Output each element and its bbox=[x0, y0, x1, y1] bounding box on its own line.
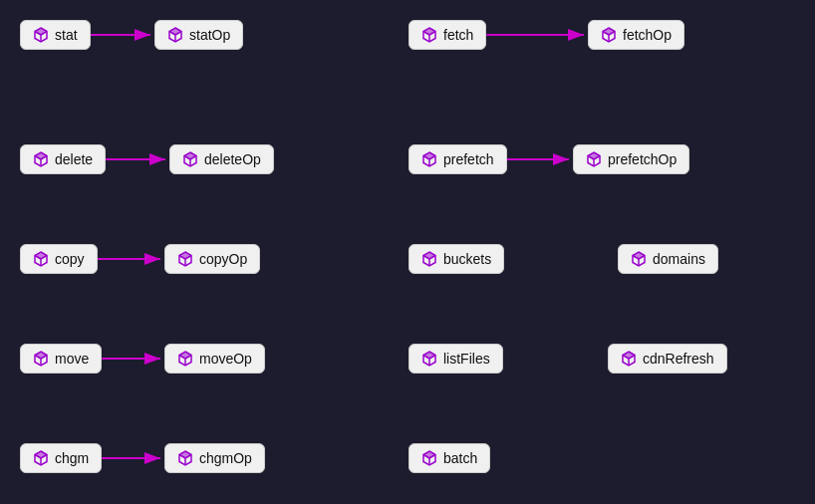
svg-marker-17 bbox=[603, 28, 615, 35]
svg-marker-67 bbox=[179, 352, 191, 359]
node-label-move: move bbox=[55, 351, 89, 367]
cube-icon bbox=[421, 151, 437, 167]
svg-marker-2 bbox=[35, 28, 47, 35]
node-fetch[interactable]: fetch bbox=[408, 20, 486, 50]
cube-icon bbox=[586, 151, 602, 167]
cube-icon bbox=[421, 351, 437, 367]
node-label-fetchOp: fetchOp bbox=[623, 27, 672, 43]
node-label-batch: batch bbox=[443, 450, 477, 466]
cube-icon bbox=[421, 27, 437, 43]
svg-marker-32 bbox=[423, 152, 435, 159]
node-label-chgm: chgm bbox=[55, 450, 89, 466]
node-moveOp[interactable]: moveOp bbox=[164, 344, 265, 374]
svg-marker-82 bbox=[35, 451, 47, 458]
node-label-copy: copy bbox=[55, 251, 85, 267]
cube-icon bbox=[33, 27, 49, 43]
cube-icon bbox=[33, 251, 49, 267]
svg-marker-87 bbox=[179, 451, 191, 458]
node-label-stat: stat bbox=[55, 27, 78, 43]
node-label-fetch: fetch bbox=[443, 27, 473, 43]
cube-icon bbox=[177, 450, 193, 466]
node-copy[interactable]: copy bbox=[20, 244, 98, 274]
node-buckets[interactable]: buckets bbox=[408, 244, 504, 274]
cube-icon bbox=[631, 251, 647, 267]
svg-marker-42 bbox=[35, 252, 47, 259]
node-move[interactable]: move bbox=[20, 344, 102, 374]
node-label-deleteOp: deleteOp bbox=[204, 151, 261, 167]
node-cdnRefresh[interactable]: cdnRefresh bbox=[608, 344, 727, 374]
cube-icon bbox=[177, 351, 193, 367]
svg-marker-62 bbox=[35, 352, 47, 359]
node-label-delete: delete bbox=[55, 151, 93, 167]
node-copyOp[interactable]: copyOp bbox=[164, 244, 260, 274]
node-stat[interactable]: stat bbox=[20, 20, 91, 50]
node-prefetch[interactable]: prefetch bbox=[408, 144, 507, 174]
node-statOp[interactable]: statOp bbox=[154, 20, 243, 50]
svg-marker-92 bbox=[423, 451, 435, 458]
svg-marker-37 bbox=[588, 152, 600, 159]
cube-icon bbox=[33, 450, 49, 466]
node-listFiles[interactable]: listFiles bbox=[408, 344, 503, 374]
node-prefetchOp[interactable]: prefetchOp bbox=[573, 144, 689, 174]
node-label-domains: domains bbox=[653, 251, 705, 267]
cube-icon bbox=[601, 27, 617, 43]
cube-icon bbox=[621, 351, 637, 367]
node-domains[interactable]: domains bbox=[618, 244, 718, 274]
node-label-chgmOp: chgmOp bbox=[199, 450, 252, 466]
svg-marker-7 bbox=[169, 28, 181, 35]
cube-icon bbox=[177, 251, 193, 267]
svg-marker-77 bbox=[623, 352, 635, 359]
svg-marker-22 bbox=[35, 152, 47, 159]
cube-icon bbox=[182, 151, 198, 167]
node-chgm[interactable]: chgm bbox=[20, 443, 102, 473]
node-label-prefetch: prefetch bbox=[443, 151, 494, 167]
node-label-statOp: statOp bbox=[189, 27, 230, 43]
node-chgmOp[interactable]: chgmOp bbox=[164, 443, 265, 473]
node-delete[interactable]: delete bbox=[20, 144, 106, 174]
svg-marker-47 bbox=[179, 252, 191, 259]
node-label-moveOp: moveOp bbox=[199, 351, 252, 367]
node-label-copyOp: copyOp bbox=[199, 251, 247, 267]
node-label-cdnRefresh: cdnRefresh bbox=[643, 351, 714, 367]
node-label-prefetchOp: prefetchOp bbox=[608, 151, 677, 167]
svg-marker-27 bbox=[184, 152, 196, 159]
node-label-buckets: buckets bbox=[443, 251, 491, 267]
node-batch[interactable]: batch bbox=[408, 443, 490, 473]
node-label-listFiles: listFiles bbox=[443, 351, 490, 367]
node-deleteOp[interactable]: deleteOp bbox=[169, 144, 274, 174]
svg-marker-12 bbox=[423, 28, 435, 35]
svg-marker-52 bbox=[423, 252, 435, 259]
svg-marker-57 bbox=[633, 252, 645, 259]
svg-marker-72 bbox=[423, 352, 435, 359]
cube-icon bbox=[421, 251, 437, 267]
cube-icon bbox=[33, 151, 49, 167]
node-fetchOp[interactable]: fetchOp bbox=[588, 20, 684, 50]
cube-icon bbox=[33, 351, 49, 367]
diagram-canvas: stat statOp fetch fetchOp delete deleteO… bbox=[0, 0, 815, 504]
cube-icon bbox=[167, 27, 183, 43]
cube-icon bbox=[421, 450, 437, 466]
